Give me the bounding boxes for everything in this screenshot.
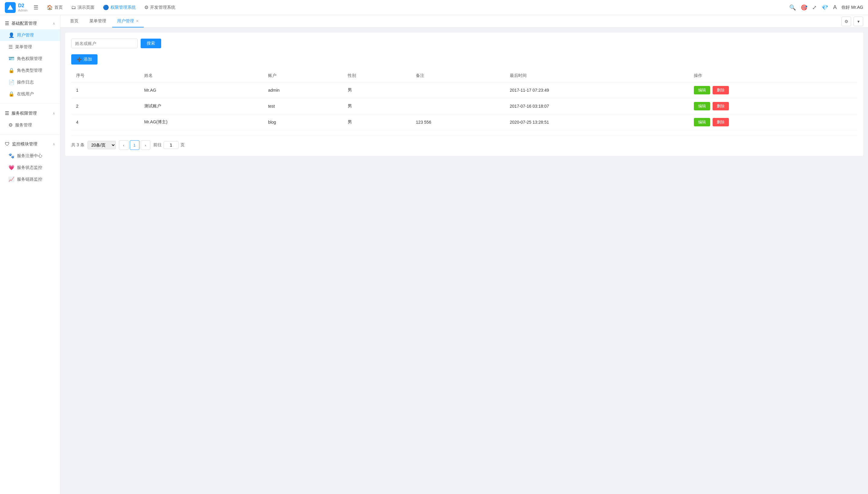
search-input[interactable] [71, 39, 137, 48]
role-perm-label: 角色权限管理 [17, 56, 42, 61]
cell-action: 编辑 删除 [689, 114, 857, 130]
sidebar-section-basic-header[interactable]: ☰ 基础配置管理 ∧ [0, 18, 60, 29]
logo-svg [7, 4, 14, 11]
service-mgmt-label: 服务管理 [15, 122, 32, 128]
online-user-icon: 🔒 [8, 91, 15, 97]
search-icon[interactable]: 🔍 [789, 4, 796, 11]
cell-remark [411, 98, 505, 114]
action-btns: 编辑 删除 [694, 118, 852, 126]
pagination-bar: 共 3 条 20条/页 50条/页 100条/页 ‹ 1 › 前往 [71, 135, 857, 150]
nav-item-permission[interactable]: 🔵 权限管理系统 [99, 3, 140, 12]
user-mgmt-icon: 👤 [8, 32, 15, 38]
home-icon: 🏠 [47, 4, 53, 10]
sidebar-item-service-status[interactable]: 💗 服务状态监控 [0, 162, 60, 173]
font-icon[interactable]: A [833, 4, 837, 11]
cell-last-time: 2017-07-16 03:18:07 [505, 98, 689, 114]
nav-item-home[interactable]: 🏠 首页 [43, 3, 67, 12]
pagination-total: 共 3 条 [71, 142, 85, 148]
col-last-time: 最后时间 [505, 69, 689, 82]
role-type-icon: 🔒 [8, 68, 15, 73]
search-button[interactable]: 搜索 [141, 39, 161, 48]
monitor-section-icon: 🛡 [5, 141, 10, 147]
page-next-btn[interactable]: › [141, 140, 150, 150]
content-card: 搜索 ➕ 添加 序号 姓名 [65, 33, 863, 156]
tab-home[interactable]: 首页 [65, 15, 83, 27]
delete-button[interactable]: 删除 [713, 118, 729, 126]
page-goto-suffix: 页 [181, 142, 185, 148]
tab-menu-label: 菜单管理 [89, 18, 106, 24]
nav-dev-label: 开发管理系统 [150, 5, 176, 10]
logo: D2 Admin [5, 2, 27, 13]
monitor-section-items: 🐾 服务注册中心 💗 服务状态监控 📈 服务链路监控 [0, 150, 60, 185]
menu-mgmt-label: 菜单管理 [15, 44, 32, 50]
op-log-label: 操作日志 [17, 80, 34, 85]
service-chain-label: 服务链路监控 [17, 177, 42, 182]
col-seq: 序号 [71, 69, 140, 82]
tabs-settings-icon: ⚙ [845, 19, 848, 24]
cell-seq: 4 [71, 114, 140, 130]
user-mgmt-label: 用户管理 [17, 33, 34, 38]
tab-menu[interactable]: 菜单管理 [85, 15, 111, 27]
edit-button[interactable]: 编辑 [694, 118, 710, 126]
user-table-wrapper: 序号 姓名 账户 性别 备注 最后时间 操作 1 [71, 69, 857, 130]
delete-button[interactable]: 删除 [713, 102, 729, 110]
nav-home-label: 首页 [54, 5, 63, 10]
menu-toggle-icon[interactable]: ☰ [34, 4, 38, 11]
sidebar-section-basic: ☰ 基础配置管理 ∧ 👤 用户管理 ☰ 菜单管理 🪪 [0, 15, 60, 102]
tab-home-label: 首页 [70, 18, 78, 24]
sidebar-item-online-user[interactable]: 🔒 在线用户 [0, 88, 60, 100]
table-row: 4 Mr.AG(博主) blog 男 123 556 2020-07-25 13… [71, 114, 857, 130]
sidebar-item-service-reg[interactable]: 🐾 服务注册中心 [0, 150, 60, 162]
target-icon[interactable]: 🎯 [801, 4, 807, 11]
sidebar-section-service-perm-header[interactable]: ☰ 服务权限管理 ∧ [0, 107, 60, 119]
service-chain-icon: 📈 [8, 176, 15, 182]
role-perm-icon: 🪪 [8, 56, 15, 61]
service-perm-section-items: ⚙ 服务管理 [0, 119, 60, 131]
menu-mgmt-icon: ☰ [8, 44, 13, 50]
service-perm-section-label: 服务权限管理 [12, 111, 37, 116]
tabs-settings-btn[interactable]: ⚙ [842, 17, 851, 26]
sidebar-item-role-type[interactable]: 🔒 角色类型管理 [0, 64, 60, 76]
add-user-button[interactable]: ➕ 添加 [71, 54, 97, 64]
logo-subtitle: Admin [18, 8, 27, 12]
table-header: 序号 姓名 账户 性别 备注 最后时间 操作 [71, 69, 857, 82]
tab-user-close-icon[interactable]: ✕ [136, 19, 139, 23]
sidebar-item-role-perm[interactable]: 🪪 角色权限管理 [0, 53, 60, 64]
sidebar: ☰ 基础配置管理 ∧ 👤 用户管理 ☰ 菜单管理 🪪 [0, 15, 60, 494]
page-prev-btn[interactable]: ‹ [119, 140, 129, 150]
nav-item-demo[interactable]: 🗂 演示页面 [68, 3, 98, 12]
sidebar-item-op-log[interactable]: 📄 操作日志 [0, 76, 60, 88]
cell-seq: 2 [71, 98, 140, 114]
page-goto-prefix: 前往 [153, 142, 162, 148]
nav-permission-label: 权限管理系统 [110, 5, 136, 10]
sidebar-item-service-mgmt[interactable]: ⚙ 服务管理 [0, 119, 60, 131]
delete-button[interactable]: 删除 [713, 86, 729, 94]
sidebar-section-monitor-header[interactable]: 🛡 监控模块管理 ∧ [0, 138, 60, 150]
table-body: 1 Mr.AG admin 男 2017-11-17 07:23:49 编辑 删… [71, 82, 857, 130]
demo-icon: 🗂 [71, 5, 76, 10]
sidebar-item-service-chain[interactable]: 📈 服务链路监控 [0, 173, 60, 185]
edit-button[interactable]: 编辑 [694, 86, 710, 94]
sidebar-item-menu-mgmt[interactable]: ☰ 菜单管理 [0, 41, 60, 53]
user-table: 序号 姓名 账户 性别 备注 最后时间 操作 1 [71, 69, 857, 130]
page-size-select[interactable]: 20条/页 50条/页 100条/页 [88, 141, 116, 149]
sidebar-divider-1 [0, 103, 60, 104]
page-1-btn[interactable]: 1 [130, 140, 140, 150]
nav-item-dev[interactable]: ⚙ 开发管理系统 [141, 3, 179, 12]
expand-icon[interactable]: ⤢ [812, 4, 817, 11]
tab-user[interactable]: 用户管理 ✕ [112, 15, 144, 27]
logo-text-group: D2 Admin [18, 3, 27, 12]
page-goto: 前往 页 [153, 141, 185, 149]
svg-marker-0 [7, 4, 13, 10]
cell-account: test [263, 98, 343, 114]
permission-icon: 🔵 [103, 4, 109, 10]
tabs-chevron-btn[interactable]: ▾ [853, 17, 863, 26]
page-goto-input[interactable] [164, 141, 179, 149]
tabs-bar: 首页 菜单管理 用户管理 ✕ ⚙ ▾ [60, 15, 868, 28]
role-type-label: 角色类型管理 [17, 68, 42, 73]
sidebar-item-user-mgmt[interactable]: 👤 用户管理 [0, 29, 60, 41]
diamond-icon[interactable]: 💎 [821, 4, 828, 11]
edit-button[interactable]: 编辑 [694, 102, 710, 110]
cell-last-time: 2017-11-17 07:23:49 [505, 82, 689, 98]
cell-seq: 1 [71, 82, 140, 98]
